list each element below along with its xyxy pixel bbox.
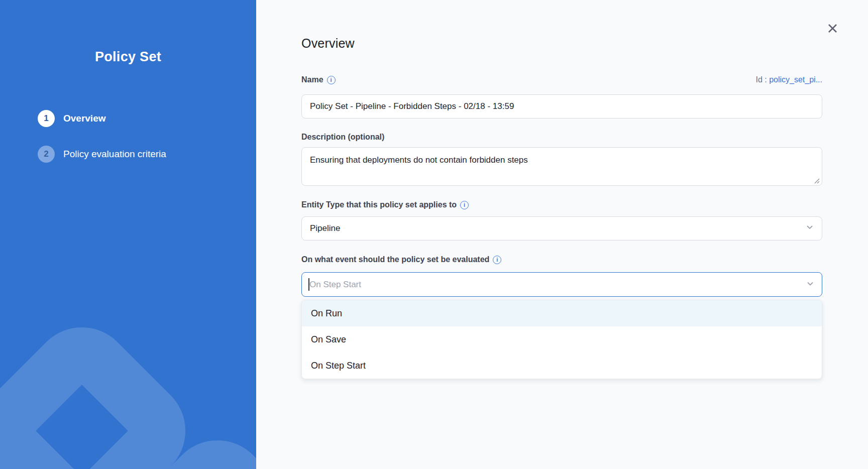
close-button[interactable] [824,20,840,36]
event-options-menu: On Run On Save On Step Start [301,300,822,379]
brand-watermark [0,307,206,469]
wizard-title: Policy Set [0,49,256,65]
resize-grip-icon [813,177,820,184]
info-icon[interactable]: i [493,256,501,264]
info-icon[interactable]: i [460,201,469,209]
sidebar-item-policy-evaluation-criteria[interactable]: 2 Policy evaluation criteria [38,146,166,163]
description-label: Description (optional) [301,133,384,142]
step-number-badge: 1 [38,110,55,127]
description-label-text: Description (optional) [301,133,384,142]
option-on-step-start[interactable]: On Step Start [302,353,822,379]
id-prefix: Id : [755,75,769,84]
id-link[interactable]: policy_set_pi... [769,75,822,84]
event-combobox-input[interactable] [301,272,822,297]
event-label-text: On what event should the policy set be e… [301,255,489,264]
sidebar-item-overview[interactable]: 1 Overview [38,110,106,127]
event-select[interactable] [301,272,822,297]
chevron-down-icon [806,223,814,234]
text-cursor [308,278,309,291]
wizard-sidebar: Policy Set 1 Overview 2 Policy evaluatio… [0,0,256,469]
entity-type-label: Entity Type that this policy set applies… [301,200,469,209]
entity-id: Id : policy_set_pi... [301,75,822,84]
chevron-down-icon [806,280,814,290]
step-number-badge: 2 [38,146,55,163]
page-title: Overview [301,36,355,51]
close-icon [827,23,838,34]
entity-type-label-text: Entity Type that this policy set applies… [301,200,457,209]
option-on-save[interactable]: On Save [302,326,822,353]
overview-form-panel: Overview Name i Id : policy_set_pi... De… [256,0,868,469]
description-textarea[interactable]: Ensuring that deployments do not contain… [301,147,822,186]
resize-handle[interactable] [813,177,820,184]
option-on-run[interactable]: On Run [302,300,822,326]
event-label: On what event should the policy set be e… [301,255,501,264]
entity-type-select[interactable]: Pipeline [301,216,822,241]
entity-type-value: Pipeline [310,223,341,233]
name-input[interactable] [301,94,822,119]
step-label: Overview [63,113,106,124]
step-label: Policy evaluation criteria [63,149,166,160]
